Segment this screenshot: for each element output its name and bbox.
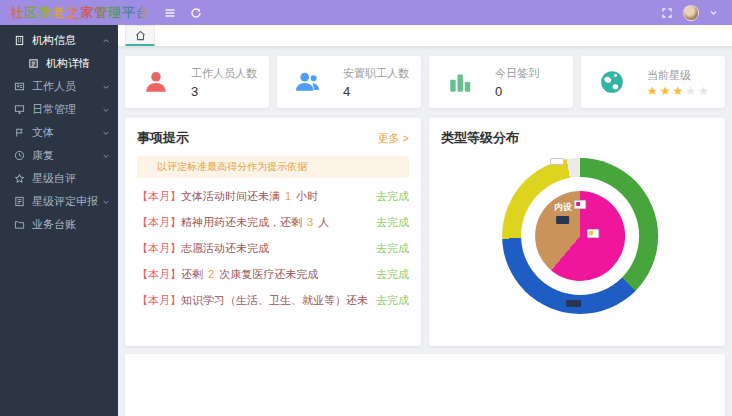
main-area: 工作人员人数 3 安置职工人数 4 今日签到 0	[118, 25, 732, 416]
go-complete-link[interactable]: 去完成	[376, 189, 409, 204]
reminder-text: 知识学习（生活、卫生、就业等）还未完成	[181, 294, 368, 306]
sidebar-item-daily-mgmt[interactable]: 日常管理	[0, 98, 118, 121]
chart-annotation-chip	[566, 300, 581, 307]
stat-card-value: 0	[495, 84, 539, 99]
sidebar-item-staff[interactable]: 工作人员	[0, 75, 118, 98]
go-complete-link[interactable]: 去完成	[376, 293, 409, 308]
sidebar-item-label: 日常管理	[32, 102, 102, 117]
sidebar-item-label: 机构详情	[46, 56, 110, 71]
chevron-down-icon	[102, 198, 110, 206]
reminder-prefix: 【本月】	[137, 294, 181, 306]
star-icon	[14, 173, 25, 184]
stat-card-label: 当前星级	[647, 68, 711, 83]
sidebar-item-label: 工作人员	[32, 79, 102, 94]
reminder-prefix: 【本月】	[137, 268, 181, 280]
star-icon: ★	[685, 84, 698, 98]
reminder-text: 还剩 2 次康复医疗还未完成	[181, 268, 318, 280]
stat-card-today-checkin: 今日签到 0	[429, 56, 573, 108]
chart-annotation-chip	[550, 158, 564, 165]
stat-card-value: 3	[191, 84, 257, 99]
panels-row: 事项提示 更多 > 以评定标准最高得分作为提示依据 【本月】文体活动时间还未满 …	[125, 118, 725, 346]
more-link[interactable]: 更多 >	[378, 131, 409, 146]
sidebar-item-business-ledger[interactable]: 业务台账	[0, 213, 118, 236]
chart-segment-label: 内设	[554, 201, 572, 214]
reminder-row: 【本月】志愿活动还未完成 去完成	[137, 241, 409, 256]
report-icon	[14, 196, 25, 207]
reminder-prefix: 【本月】	[137, 190, 181, 202]
go-complete-link[interactable]: 去完成	[376, 215, 409, 230]
stat-card-label: 工作人员人数	[191, 66, 257, 81]
sidebar-item-label: 星级自评	[32, 171, 110, 186]
sidebar-item-label: 机构信息	[32, 33, 102, 48]
reminder-row: 【本月】文体活动时间还未满 1 小时 去完成	[137, 189, 409, 204]
fullscreen-icon[interactable]	[661, 7, 673, 19]
star-rating: ★★★★★	[647, 85, 711, 97]
go-complete-link[interactable]: 去完成	[376, 241, 409, 256]
recovery-icon	[14, 150, 25, 161]
person-icon	[143, 69, 169, 95]
sidebar-item-org-info[interactable]: 机构信息	[0, 29, 118, 52]
chevron-down-icon	[102, 152, 110, 160]
reminder-row: 【本月】还剩 2 次康复医疗还未完成 去完成	[137, 267, 409, 282]
star-icon: ★	[698, 84, 711, 98]
stat-card-current-star: 当前星级 ★★★★★	[581, 56, 725, 108]
hamburger-icon[interactable]	[164, 7, 176, 19]
go-complete-link[interactable]: 去完成	[376, 267, 409, 282]
app-title: 社区养老之家管理平台	[10, 4, 150, 22]
home-icon	[135, 30, 146, 41]
stat-card-label: 安置职工人数	[343, 66, 409, 81]
star-icon: ★	[660, 84, 673, 98]
reminder-text: 志愿活动还未完成	[181, 242, 269, 254]
reminder-text: 精神用药还未完成，还剩 3 人	[181, 216, 329, 228]
reminders-title: 事项提示	[137, 129, 189, 147]
stat-cards-row: 工作人员人数 3 安置职工人数 4 今日签到 0	[125, 56, 725, 108]
reminder-prefix: 【本月】	[137, 216, 181, 228]
stat-card-staff-count: 工作人员人数 3	[125, 56, 269, 108]
refresh-icon[interactable]	[190, 7, 202, 19]
chart-annotation-chip	[574, 200, 586, 209]
star-icon: ★	[647, 84, 660, 98]
chevron-down-icon	[102, 106, 110, 114]
reminder-prefix: 【本月】	[137, 242, 181, 254]
dashboard-content: 工作人员人数 3 安置职工人数 4 今日签到 0	[118, 47, 732, 416]
reminders-panel: 事项提示 更多 > 以评定标准最高得分作为提示依据 【本月】文体活动时间还未满 …	[125, 118, 421, 346]
sidebar-item-star-self-eval[interactable]: 星级自评	[0, 167, 118, 190]
chart-annotation-chip	[556, 216, 569, 224]
sidebar-item-org-detail[interactable]: 机构详情	[0, 52, 118, 75]
detail-icon	[28, 58, 39, 69]
sidebar-item-label: 星级评定申报	[32, 194, 102, 209]
tab-home[interactable]	[125, 25, 155, 46]
reminders-notice: 以评定标准最高得分作为提示依据	[137, 156, 409, 178]
star-icon: ★	[673, 84, 686, 98]
people-icon	[295, 69, 321, 95]
sidebar: 机构信息 机构详情 工作人员 日常管理 文体 康复 星级自评 星级评定申报 业务…	[0, 25, 118, 416]
reminder-row: 【本月】精神用药还未完成，还剩 3 人 去完成	[137, 215, 409, 230]
type-level-sunburst-chart: 内设	[502, 158, 658, 314]
chevron-down-icon[interactable]	[709, 8, 718, 17]
chevron-down-icon	[102, 83, 110, 91]
sidebar-item-label: 康复	[32, 148, 102, 163]
distribution-panel: 类型等级分布 内设	[429, 118, 725, 346]
bottom-panel	[125, 354, 725, 416]
reminder-text: 文体活动时间还未满 1 小时	[181, 190, 318, 202]
building-icon	[14, 35, 25, 46]
stat-card-placed-workers: 安置职工人数 4	[277, 56, 421, 108]
ledger-icon	[14, 219, 25, 230]
staff-icon	[14, 81, 25, 92]
sidebar-item-recovery[interactable]: 康复	[0, 144, 118, 167]
bar-chart-icon	[447, 69, 473, 95]
chart-annotation-chip	[587, 229, 599, 238]
stat-card-value: 4	[343, 84, 409, 99]
sidebar-item-label: 文体	[32, 125, 102, 140]
sidebar-item-culture-sport[interactable]: 文体	[0, 121, 118, 144]
monitor-icon	[14, 104, 25, 115]
distribution-title: 类型等级分布	[441, 129, 519, 147]
globe-icon	[599, 69, 625, 95]
app-header: 社区养老之家管理平台	[0, 0, 732, 25]
sidebar-item-star-rating-apply[interactable]: 星级评定申报	[0, 190, 118, 213]
user-avatar[interactable]	[683, 5, 699, 21]
reminder-row: 【本月】知识学习（生活、卫生、就业等）还未完成 去完成	[137, 293, 409, 308]
chevron-down-icon	[102, 129, 110, 137]
flag-icon	[14, 127, 25, 138]
tab-bar	[118, 25, 732, 47]
